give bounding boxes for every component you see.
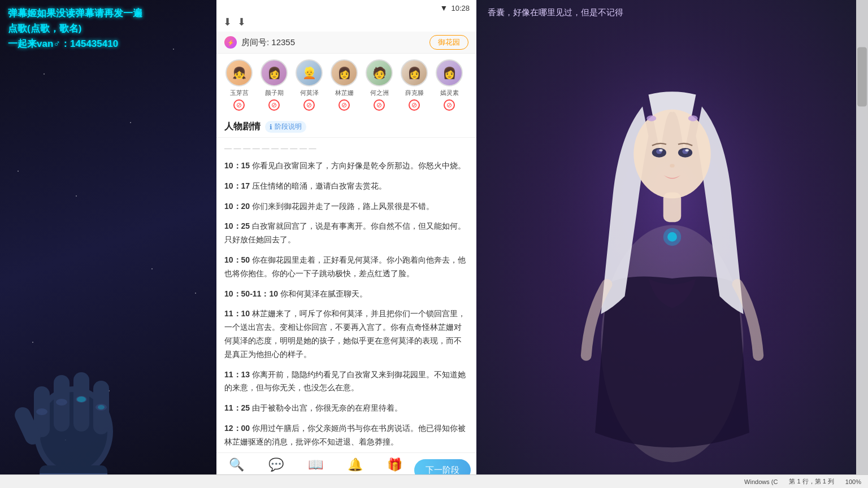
story-entry-2: 10：20 你们来到御花园并走了一段路，路上风景很是不错。 [224,200,468,213]
avatar-ban-2: ⊘ [303,99,315,111]
avatar-ban-1: ⊘ [268,99,280,111]
danmu-line2: 点歌(点歌，歌名) [8,21,142,36]
right-panel: 香囊，好像在哪里见过，但是不记得 [476,0,868,488]
avatar-circle-1: 👩 [261,59,288,86]
avatar-name-3: 林芷姗 [335,89,354,97]
room-id: ⚡ 房间号: 12355 [224,36,295,49]
story-entry-0: 10：15 你看见白孜甯回来了，方向好像是乾令所那边。你怒火中烧。 [224,159,468,173]
avatar-circle-2: 👱 [296,59,323,86]
danmu-line3: 一起来van♂：145435410 [8,36,142,51]
danmu-line1: 弹幕姬如果没读弹幕请再发一遍 [8,6,142,21]
avatar-ban-4: ⊘ [374,99,385,111]
room-number: 房间号: 12355 [241,37,295,48]
avatar-name-0: 玉芽莒 [230,89,249,97]
row-col-label: 第 1 行，第 1 列 [789,477,834,486]
stage-label: 阶段说明 [275,122,302,132]
avatar-item-6[interactable]: 👩 嫣灵素 ⊘ [435,59,464,111]
chat-nav-icon: 💬 [268,457,284,472]
room-icon: ⚡ [224,36,237,49]
svg-point-26 [659,149,662,151]
avatar-ban-6: ⊘ [444,99,455,111]
story-content[interactable]: — — — — — — — — — — 10：15 你看见白孜甯回来了，方向好像… [216,138,476,452]
action-bar: ⬇ ⬇ [216,15,476,32]
svg-point-31 [688,115,698,121]
svg-rect-19 [857,47,867,106]
avatar-ban-3: ⊘ [338,99,350,111]
story-entry-8: 11：25 由于被勒令出宫，你很无奈的在府里待着。 [224,402,468,415]
avatar-item-5[interactable]: 👩 薛克滕 ⊘ [400,59,429,111]
windows-taskbar: Windows (C 第 1 行，第 1 列 100% [0,474,868,488]
story-entry-1: 10：17 压住情绪的暗涌，邀请白孜甯去赏花。 [224,180,468,193]
download-icon-1[interactable]: ⬇ [223,16,232,28]
avatar-circle-5: 👩 [401,59,428,86]
avatar-circle-4: 🧑 [366,59,393,86]
svg-rect-29 [663,193,682,223]
left-panel: 弹幕姬如果没读弹幕请再发一遍 点歌(点歌，歌名) 一起来van♂：1454354… [0,0,216,488]
svg-point-33 [667,232,677,242]
avatar-name-5: 薛克滕 [405,89,424,97]
flower-garden-button[interactable]: 御花园 [429,35,468,50]
svg-point-8 [56,399,67,406]
avatar-item-0[interactable]: 👧 玉芽莒 ⊘ [224,59,254,111]
avatar-circle-6: 👩 [436,59,463,86]
chat-overlay-text: 香囊，好像在哪里见过，但是不记得 [482,0,857,25]
story-title: 人物剧情 [224,121,261,133]
story-entry-6: 11：10 林芷姗来了，呵斥了你和何莫泽，并且把你们一个锁回宫里，一个送出宫去。… [224,307,468,361]
svg-point-27 [685,149,689,151]
avatar-ban-0: ⊘ [233,99,245,111]
faded-divider: — — — — — — — — — — [224,142,468,155]
svg-point-11 [77,396,86,402]
avatar-ban-5: ⊘ [409,99,420,111]
voice-nav-icon: 🔔 [348,457,363,472]
character-illustration [476,0,868,488]
zoom-label: 100% [845,478,861,485]
chat-message: 香囊，好像在哪里见过，但是不记得 [488,7,623,17]
wifi-icon: ▼ [440,3,448,12]
avatar-item-1[interactable]: 👩 颜子期 ⊘ [259,59,289,111]
avatar-item-4[interactable]: 🧑 何之洲 ⊘ [364,59,394,111]
svg-point-21 [633,110,711,199]
svg-point-28 [670,164,674,167]
avatar-name-1: 颜子期 [265,89,284,97]
story-entry-5: 10：50-11：10 你和何莫泽在腻歪聊天。 [224,287,468,301]
story-entry-7: 11：13 你离开前，隐隐约约看见了白孜甯又来到御花园里。不知道她的来意，但与你… [224,368,468,395]
middle-panel: ▼ 10:28 ⬇ ⬇ ⚡ 房间号: 12355 御花园 👧 玉芽莒 ⊘ 👩 颜… [216,0,476,488]
download-icon-2[interactable]: ⬇ [237,16,246,28]
story-entry-3: 10：25 白孜甯就回宫了，说是有事离开。你自然不信，但又能如何。只好放任她回去… [224,220,468,247]
avatar-row: 👧 玉芽莒 ⊘ 👩 颜子期 ⊘ 👱 何莫泽 ⊘ 👩 林芷姗 ⊘ 🧑 何之洲 ⊘ … [216,54,476,116]
notebook-nav-icon: 📖 [308,457,323,472]
danmu-text-block: 弹幕姬如果没读弹幕请再发一遍 点歌(点歌，歌名) 一起来van♂：1454354… [0,0,150,58]
windows-label: Windows (C [744,478,778,485]
svg-point-30 [646,115,656,121]
avatar-name-4: 何之洲 [370,89,389,97]
time-display: 10:28 [451,4,470,12]
avatar-item-2[interactable]: 👱 何莫泽 ⊘ [294,59,324,111]
avatar-circle-3: 👩 [331,59,358,86]
gift-nav-icon: 🎁 [387,457,402,472]
status-bar: ▼ 10:28 [216,0,476,15]
stage-explain-button[interactable]: ℹ 阶段说明 [265,121,306,133]
avatar-circle-0: 👧 [225,59,253,86]
search-nav-icon: 🔍 [229,457,244,472]
stage-icon: ℹ [270,123,272,131]
avatar-item-3[interactable]: 👩 林芷姗 ⊘ [329,59,359,111]
avatar-name-6: 嫣灵素 [440,89,459,97]
story-entry-4: 10：50 你在御花园里走着，正好看见何莫泽。你小跑着向他奔去，他也将你抱住。你… [224,254,468,281]
robot-hand-image [0,319,158,488]
svg-point-12 [98,405,105,409]
avatar-name-2: 何莫泽 [300,89,319,97]
room-bar: ⚡ 房间号: 12355 御花园 [216,32,476,54]
story-header: 人物剧情 ℹ 阶段说明 [216,116,476,138]
story-entry-9: 12：00 你用过午膳后，你父亲姬尚书与你在书房说话。他已得知你被林芷姗驱逐的消… [224,422,468,449]
svg-point-7 [36,408,47,415]
